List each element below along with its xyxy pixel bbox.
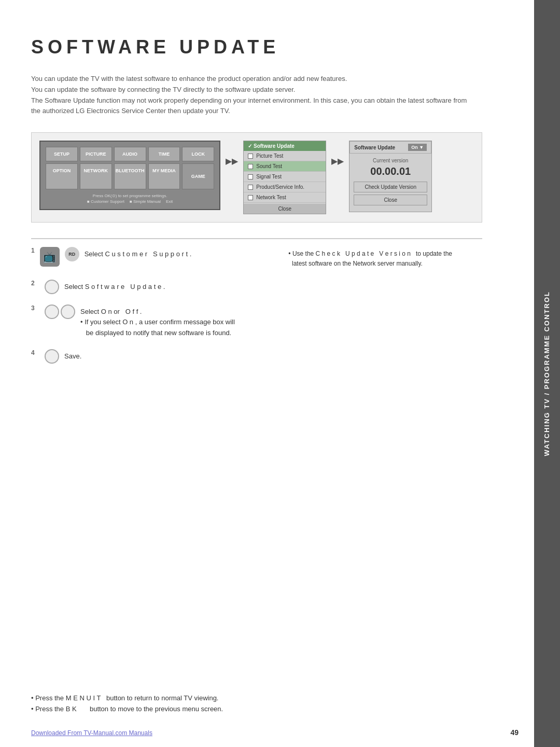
step1-rd: RD bbox=[65, 247, 79, 261]
step3-text: Select O n or O f f . • If you select O … bbox=[80, 305, 482, 339]
dropdown-item-picture: Picture Test bbox=[244, 151, 326, 161]
update-panel-header-label: Software Update bbox=[354, 145, 395, 150]
dropdown-header-icon: ✓ bbox=[248, 143, 252, 149]
step1-text: Select C u s t o m e r S u p p o r t . bbox=[85, 247, 278, 269]
dropdown-item-product: Product/Service Info. bbox=[244, 182, 326, 192]
description: You can update the TV with the latest so… bbox=[31, 74, 477, 117]
steps-area: 1 📺 RD Select C u s t o m e r S u p p o … bbox=[31, 247, 482, 364]
update-panel-close[interactable]: Close bbox=[354, 195, 427, 205]
update-panel: Software Update On ▼ Current version 00.… bbox=[349, 141, 432, 212]
checkbox-product bbox=[248, 185, 253, 190]
menu-mymedia: MY MEDIA bbox=[148, 163, 180, 189]
desc-line1: You can update the TV with the latest so… bbox=[31, 75, 347, 82]
step4-num: 4 bbox=[31, 349, 39, 356]
bottom-notes: • Press the M E N U I T button to return… bbox=[31, 694, 519, 716]
tv-menu-footer: Press OK(⊙) to set programme settings. bbox=[46, 193, 214, 198]
dropdown-menu: ✓ Software Update Picture Test Sound Tes… bbox=[243, 141, 326, 214]
dropdown-close[interactable]: Close bbox=[244, 204, 326, 214]
step3-circle1 bbox=[45, 305, 59, 319]
step3-circle2 bbox=[61, 305, 75, 319]
dropdown-item-sound-label: Sound Test bbox=[256, 163, 282, 169]
menu-setup: SETUP bbox=[46, 147, 78, 161]
arrow-1: ▶▶ bbox=[226, 156, 238, 166]
illustration-area: SETUP PICTURE AUDIO TIME LOCK OPTION NET… bbox=[31, 132, 482, 223]
page-number: 49 bbox=[510, 728, 519, 737]
menu-option: OPTION bbox=[46, 163, 78, 189]
page-title: SOFTWARE UPDATE bbox=[31, 36, 498, 58]
page-container: SOFTWARE UPDATE You can update the TV wi… bbox=[0, 0, 560, 747]
version-number: 00.00.01 bbox=[354, 165, 427, 177]
update-panel-toggle[interactable]: On ▼ bbox=[408, 144, 427, 151]
tv-menu: SETUP PICTURE AUDIO TIME LOCK OPTION NET… bbox=[39, 141, 220, 210]
step2-text: Select S o f t w a r e U p d a t e . bbox=[64, 280, 482, 293]
main-content: SOFTWARE UPDATE You can update the TV wi… bbox=[31, 36, 498, 364]
step1-num: 1 bbox=[31, 247, 35, 254]
bottom-note-1: • Press the M E N U I T button to return… bbox=[31, 694, 519, 702]
step2-num: 2 bbox=[31, 280, 39, 287]
step-4: 4 Save. bbox=[31, 349, 482, 364]
footer-link-support: ■ Customer Support bbox=[87, 199, 124, 204]
arrow-2: ▶▶ bbox=[331, 156, 344, 166]
dropdown-item-signal: Signal Test bbox=[244, 172, 326, 182]
step-3: 3 Select O n or O f f . • If you select … bbox=[31, 305, 482, 339]
checkbox-sound bbox=[248, 164, 253, 169]
step1-content: Select C u s t o m e r S u p p o r t . •… bbox=[85, 247, 482, 269]
step4-text: Save. bbox=[64, 349, 482, 362]
desc-line2: You can update the software by connectin… bbox=[31, 86, 295, 93]
dropdown-item-sound: Sound Test bbox=[244, 161, 326, 172]
step-2: 2 Select S o f t w a r e U p d a t e . bbox=[31, 280, 482, 294]
tv-menu-grid: SETUP PICTURE AUDIO TIME LOCK OPTION NET… bbox=[46, 147, 214, 189]
check-update-btn[interactable]: Check Update Version bbox=[354, 182, 427, 192]
step3-num: 3 bbox=[31, 305, 39, 312]
current-version-label: Current version bbox=[354, 158, 427, 163]
desc-line3: The Software Update function may not wor… bbox=[31, 96, 467, 115]
footer-link[interactable]: Downloaded From TV-Manual.com Manuals bbox=[31, 729, 152, 737]
menu-time: TIME bbox=[148, 147, 180, 161]
section-divider bbox=[31, 238, 482, 239]
footer-link-manual: ■ Simple Manual bbox=[130, 199, 161, 204]
menu-network: NETWORK bbox=[80, 163, 112, 189]
step2-circle bbox=[45, 280, 59, 294]
dropdown-item-product-label: Product/Service Info. bbox=[256, 184, 304, 190]
dropdown-item-network: Network Test bbox=[244, 192, 326, 203]
update-panel-body: Current version 00.00.01 Check Update Ve… bbox=[349, 154, 431, 212]
tv-menu-footer-links: ■ Customer Support ■ Simple Manual Exit bbox=[46, 199, 214, 204]
dropdown-header: ✓ Software Update bbox=[244, 141, 326, 151]
checkbox-picture bbox=[248, 154, 253, 159]
menu-game: GAME bbox=[182, 163, 214, 189]
dropdown-item-signal-label: Signal Test bbox=[256, 174, 282, 179]
step1-icon: 📺 bbox=[40, 247, 60, 267]
menu-audio: AUDIO bbox=[114, 147, 146, 161]
dropdown-item-picture-label: Picture Test bbox=[256, 153, 283, 159]
footer-link-exit: Exit bbox=[166, 199, 173, 204]
checkbox-signal bbox=[248, 174, 253, 179]
dropdown-header-label: Software Update bbox=[254, 143, 295, 149]
step3-circles bbox=[45, 305, 75, 319]
menu-bluetooth: BLUETOOTH bbox=[114, 163, 146, 189]
dropdown-item-network-label: Network Test bbox=[256, 195, 286, 200]
step1-note: • Use the C h e c k U p d a t e V e r s … bbox=[288, 247, 482, 269]
step-1: 1 📺 RD Select C u s t o m e r S u p p o … bbox=[31, 247, 482, 269]
checkbox-network bbox=[248, 195, 253, 200]
step4-circle bbox=[45, 349, 59, 364]
bottom-note-2: • Press the B K button to move to the pr… bbox=[31, 705, 519, 713]
step1-main: Select C u s t o m e r S u p p o r t . bbox=[85, 250, 192, 258]
menu-picture: PICTURE bbox=[80, 147, 112, 161]
step1-icon-symbol: 📺 bbox=[43, 251, 56, 263]
update-panel-header: Software Update On ▼ bbox=[349, 141, 431, 154]
menu-lock: LOCK bbox=[182, 147, 214, 161]
